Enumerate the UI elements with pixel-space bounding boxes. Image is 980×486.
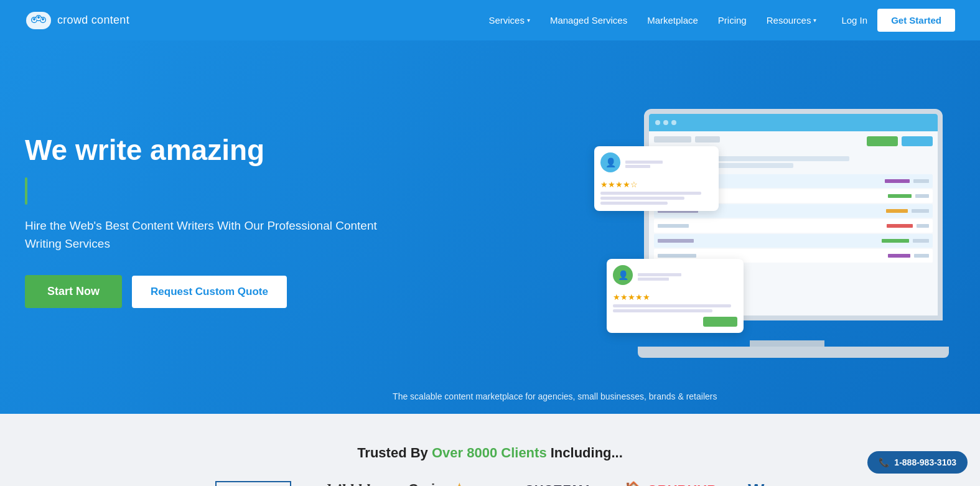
logo-craftjack: CRAFTJACK [215,481,291,487]
nav-services[interactable]: Services ▾ [488,15,530,26]
navbar: crowd content Services ▾ Managed Service… [0,0,980,40]
hero-content: We write amazing Hire the Web's Best Con… [25,134,386,309]
hero-headline: We write amazing [25,134,386,167]
float-card-2: 👤 ★★★★★ [607,259,744,333]
float-card-1: 👤 ★★★★☆ [594,146,719,211]
hero-section: We write amazing Hire the Web's Best Con… [0,40,980,414]
chevron-down-icon: ▾ [813,17,816,24]
logo-caring: Caring✦com [408,480,494,486]
logo[interactable]: crowd content [25,9,129,32]
get-started-button[interactable]: Get Started [877,9,955,32]
phone-icon: 📞 [879,457,889,467]
nav-marketplace[interactable]: Marketplace [647,15,698,26]
chevron-down-icon: ▾ [527,17,530,24]
svg-point-7 [33,18,35,21]
nav-resources[interactable]: Resources ▾ [767,15,817,26]
hero-caption: The scalable content marketplace for age… [393,391,717,401]
trusted-section: Trusted By Over 8000 Clients Including..… [0,414,980,486]
logo-dribbble: dribbble [322,481,377,487]
nav-pricing[interactable]: Pricing [718,15,747,26]
svg-point-8 [37,16,40,19]
trusted-heading: Trusted By Over 8000 Clients Including..… [25,445,955,461]
client-logos: CRAFTJACK dribbble Caring✦com SYSTEM1 🏠G… [25,480,955,486]
phone-sticky-bar[interactable]: 📞 1-888-983-3103 [867,451,968,474]
logo-system1: SYSTEM1 [525,483,592,486]
logo-icon [25,9,52,32]
logo-grubhub: 🏠GRUBHUB [623,480,717,486]
svg-point-9 [42,18,44,21]
start-now-button[interactable]: Start Now [25,275,122,308]
logo-w: W [748,480,764,487]
hero-subtext: Hire the Web's Best Content Writers With… [25,217,386,253]
hero-buttons: Start Now Request Custom Quote [25,275,386,308]
request-quote-button[interactable]: Request Custom Quote [132,276,287,308]
nav-links: Services ▾ Managed Services Marketplace … [488,15,816,26]
login-button[interactable]: Log In [841,15,867,26]
hero-accent-line [25,177,27,205]
hero-illustration: 👤 ★★★★☆ 👤 ★★★★★ [594,96,943,358]
nav-managed-services[interactable]: Managed Services [550,15,627,26]
nav-actions: Log In Get Started [841,9,955,32]
logo-text: crowd content [57,14,129,27]
